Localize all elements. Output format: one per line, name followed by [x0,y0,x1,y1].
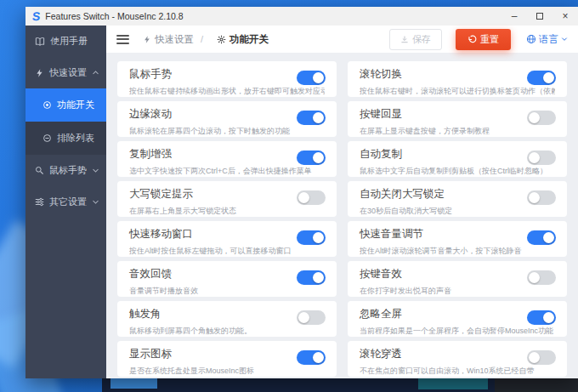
close-button[interactable]: × [552,7,578,26]
toggle-switch[interactable] [527,111,556,125]
lightning-icon [35,68,44,78]
sidebar-item-feature-switch[interactable]: 功能开关 [26,88,106,122]
setting-title: 大写锁定提示 [129,187,325,202]
setting-card-capslock-hint: 大写锁定提示 在屏幕右上角显示大写锁定状态 [117,181,337,217]
chevron-up-icon [92,70,99,76]
setting-title: 复制增强 [129,147,325,162]
sidebar-item-quick-settings[interactable]: 快速设置 [26,57,106,88]
sidebar-item-label: 排除列表 [57,132,94,145]
save-label: 保存 [412,33,431,46]
setting-desc: 在30秒后自动取消大写锁定 [360,206,555,217]
sidebar-item-exclusion-list[interactable]: 排除列表 [26,122,106,155]
toggle-switch[interactable] [297,350,326,365]
app-window: S Features Switch - MouseInc 2.10.8 – × … [26,7,578,378]
setting-desc: 按住鼠标右键时，滚动滚轮可以进行切换标签页动作（依赖鼠标手势） [360,86,555,97]
setting-desc: 在屏幕上显示键盘按键，方便录制教程 [360,126,555,137]
setting-title: 按键回显 [360,107,555,122]
reset-button[interactable]: 重置 [456,29,511,50]
setting-card-auto-copy: 自动复制 鼠标选中文字后自动复制到剪贴板（按住Ctrl临时忽略） [348,141,567,177]
minimize-button[interactable]: – [502,7,527,26]
setting-card-sound-feedback: 音效回馈 音量调节时播放音效 [117,261,337,297]
setting-title: 滚轮切换 [360,67,555,82]
mouseinc-logo-icon: S [31,10,41,22]
toggle-switch[interactable] [527,270,556,285]
sidebar-submenu: 功能开关 排除列表 [26,88,106,155]
setting-card-mouse-gestures: 鼠标手势 按住鼠标右键持续移动画出形状，放开右键即可触发对应动作 [117,61,337,97]
language-dropdown[interactable]: 语言 [526,33,568,46]
dot-circle-icon [42,100,52,110]
setting-title: 触发角 [129,307,325,321]
setting-title: 快速移动窗口 [129,227,325,241]
sidebar-item-label: 功能开关 [57,99,94,111]
chevron-down-icon [92,168,99,173]
sidebar-item-label: 使用手册 [50,35,88,48]
toggle-switch[interactable] [297,190,326,205]
breadcrumb-separator: / [201,34,203,44]
setting-desc: 是否在系统托盘处显示MouseInc图标 [129,366,325,377]
setting-card-auto-capslock-off: 自动关闭大写锁定 在30秒后自动取消大写锁定 [348,181,567,217]
toggle-switch[interactable] [527,230,556,245]
sidebar-item-label: 快速设置 [49,66,87,79]
setting-title: 音效回馈 [129,267,325,281]
toggle-switch[interactable] [297,71,326,85]
setting-title: 忽略全屏 [360,307,555,321]
toggle-switch[interactable] [527,151,556,165]
breadcrumb-quick-settings[interactable]: 快速设置 [143,33,194,46]
setting-desc: 在屏幕右上角显示大写锁定状态 [129,206,325,217]
toggle-switch[interactable] [297,151,326,165]
chevron-down-icon [561,37,568,42]
setting-desc: 按住Alt时滚动滚轮调节音量大小，按下滚轮静音 [360,246,555,257]
book-icon [35,37,45,47]
setting-card-wheel-switch: 滚轮切换 按住鼠标右键时，滚动滚轮可以进行切换标签页动作（依赖鼠标手势） [348,61,567,97]
reset-label: 重置 [480,33,499,46]
window-title: Features Switch - MouseInc 2.10.8 [45,11,183,21]
setting-card-key-sound: 按键音效 在你打字时发出悦耳的声音 [348,261,567,297]
sliders-icon [35,197,44,207]
header-bar: 快速设置 / 功能开关 [106,26,578,53]
maximize-button[interactable] [527,7,552,26]
hamburger-menu-icon[interactable] [116,35,129,44]
setting-desc: 鼠标选中文字后自动复制到剪贴板（按住Ctrl临时忽略） [360,166,555,177]
setting-card-show-tray-icon: 显示图标 是否在系统托盘处显示MouseInc图标 [117,341,337,377]
toggle-switch[interactable] [297,230,326,245]
setting-title: 边缘滚动 [129,107,325,122]
setting-card-quick-volume: 快速音量调节 按住Alt时滚动滚轮调节音量大小，按下滚轮静音 [348,221,567,257]
setting-desc: 按住Alt时按住鼠标左键拖动，可以直接移动窗口 [129,246,325,257]
toggle-switch[interactable] [297,270,326,285]
sidebar-item-other-settings[interactable]: 其它设置 [26,186,106,218]
setting-title: 鼠标手势 [129,67,325,82]
settings-grid: 鼠标手势 按住鼠标右键持续移动画出形状，放开右键即可触发对应动作 滚轮切换 按住… [106,53,578,378]
toggle-switch[interactable] [297,310,326,325]
toggle-switch[interactable] [527,71,556,85]
setting-desc: 选中文字快速按下两次Ctrl+C后，会弹出快捷操作菜单 [129,166,325,177]
setting-desc: 鼠标移动到屏幕四个角触发的功能。 [129,326,325,337]
window-titlebar[interactable]: S Features Switch - MouseInc 2.10.8 – × [26,7,578,26]
setting-desc: 音量调节时播放音效 [129,286,325,297]
breadcrumb-label: 功能开关 [230,33,269,46]
toggle-switch[interactable] [297,111,326,125]
sidebar-item-label: 鼠标手势 [49,164,87,177]
toggle-switch[interactable] [527,310,556,325]
save-button[interactable]: 保存 [389,29,442,50]
toggle-switch[interactable] [527,190,556,205]
sidebar-item-manual[interactable]: 使用手册 [26,26,106,57]
language-label: 语言 [539,33,558,46]
globe-icon [526,34,536,44]
setting-title: 显示图标 [129,347,325,361]
sidebar-item-mouse-gestures[interactable]: 鼠标手势 [26,155,106,186]
setting-card-quick-move-window: 快速移动窗口 按住Alt时按住鼠标左键拖动，可以直接移动窗口 [117,221,337,257]
setting-title: 快速音量调节 [360,227,555,241]
maximize-icon [536,13,543,20]
lightning-icon [143,35,151,44]
breadcrumb-feature-switch: 功能开关 [217,33,269,46]
setting-card-copy-enhance: 复制增强 选中文字快速按下两次Ctrl+C后，会弹出快捷操作菜单 [117,141,337,177]
gear-icon [217,35,226,44]
setting-desc: 当前程序如果是一个全屏程序，会自动暂停MouseInc功能 [360,326,555,337]
breadcrumb-label: 快速设置 [155,33,194,46]
toggle-switch[interactable] [527,350,556,365]
save-icon [400,35,409,44]
sidebar-item-label: 其它设置 [49,196,87,208]
setting-desc: 不在焦点的窗口可以自由滚动，Win10系统已经自带 [360,366,555,377]
setting-title: 滚轮穿透 [360,347,555,361]
minus-circle-icon [42,134,52,143]
